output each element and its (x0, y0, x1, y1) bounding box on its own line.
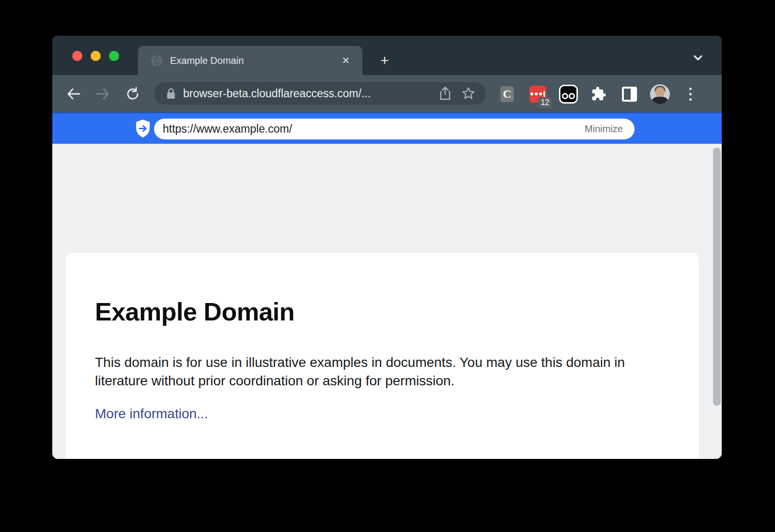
address-url-text[interactable]: browser-beta.cloudflareaccess.com/... (183, 87, 439, 100)
profile-button[interactable] (650, 84, 670, 104)
new-tab-button[interactable]: + (376, 52, 393, 69)
profile-avatar (650, 84, 670, 104)
more-information-link[interactable]: More information... (95, 406, 208, 422)
minimize-bar-button[interactable]: Minimize (585, 123, 623, 135)
c-extension-icon: C (500, 86, 514, 102)
remote-url-input[interactable] (163, 122, 585, 136)
content-card: Example Domain This domain is for use in… (65, 253, 699, 459)
tab-example-domain[interactable]: Example Domain ✕ (138, 46, 362, 75)
kebab-menu-icon (689, 88, 692, 101)
scrollbar-thumb[interactable] (713, 148, 721, 406)
extension-c[interactable]: C (497, 84, 517, 104)
reload-button[interactable] (123, 84, 143, 104)
extension-row: C 12 (497, 84, 700, 104)
forward-button[interactable] (93, 84, 113, 104)
puzzle-icon (591, 86, 606, 102)
zoom-window-button[interactable] (109, 51, 119, 61)
tab-search-chevron-icon[interactable] (691, 53, 705, 63)
extensions-menu-button[interactable] (589, 84, 609, 104)
lock-icon (166, 88, 176, 99)
bookmark-star-icon[interactable] (462, 87, 475, 100)
remote-browser-bar: Minimize (52, 112, 722, 144)
share-icon[interactable] (439, 87, 451, 100)
tab-strip: Example Domain ✕ + (52, 36, 722, 75)
isolation-shield-icon (135, 119, 151, 139)
address-bar[interactable]: browser-beta.cloudflareaccess.com/... (154, 82, 486, 105)
back-button[interactable] (63, 84, 84, 104)
tab-close-icon[interactable]: ✕ (339, 54, 353, 67)
side-panel-icon (622, 87, 637, 102)
close-window-button[interactable] (72, 51, 82, 61)
extension-lastpass[interactable]: 12 (527, 84, 548, 104)
extension-goggles[interactable] (558, 84, 578, 104)
browser-window: Example Domain ✕ + browser-beta.cloudfla… (52, 36, 722, 459)
lastpass-badge: 12 (538, 97, 552, 108)
browser-menu-button[interactable] (680, 84, 700, 104)
page-paragraph: This domain is for use in illustrative e… (95, 353, 654, 390)
remote-url-bar: Minimize (154, 119, 635, 139)
globe-favicon-icon (151, 55, 163, 67)
side-panel-button[interactable] (619, 84, 639, 104)
page-viewport: Example Domain This domain is for use in… (52, 144, 722, 459)
minimize-window-button[interactable] (91, 51, 101, 61)
page-heading: Example Domain (95, 297, 669, 326)
tab-title: Example Domain (170, 55, 339, 66)
window-controls (72, 51, 119, 61)
two-circles-icon (559, 85, 578, 104)
